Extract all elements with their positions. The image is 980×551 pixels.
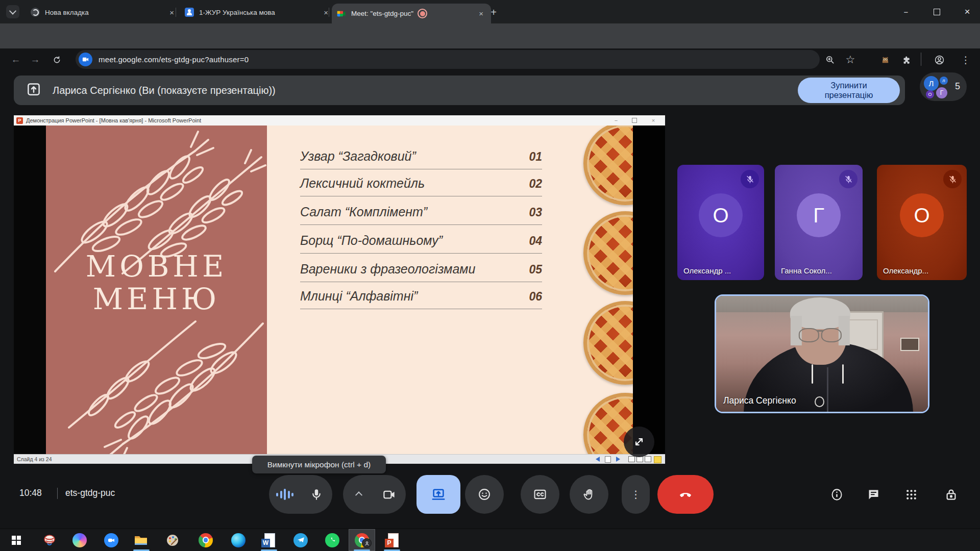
folder-icon <box>134 533 148 547</box>
chat-button[interactable] <box>865 486 882 503</box>
window-minimize-button[interactable]: − <box>894 0 918 23</box>
participants-count: 5 <box>955 81 960 92</box>
meeting-time: 10:48 <box>19 488 42 498</box>
stop-presenting-button[interactable]: Зупинити презентацію <box>798 78 900 103</box>
taskbar-chrome[interactable] <box>192 529 219 551</box>
menu-item-number: 05 <box>529 262 542 277</box>
slide-menu-icon[interactable] <box>605 456 611 463</box>
reload-icon <box>52 55 62 65</box>
telegram-icon <box>293 533 308 547</box>
self-video <box>716 296 928 412</box>
captions-button[interactable] <box>521 475 559 514</box>
mic-tooltip: Вимкнути мікрофон (ctrl + d) <box>252 456 386 473</box>
forward-button[interactable]: → <box>28 52 43 67</box>
taskbar-whatsapp[interactable] <box>319 529 346 551</box>
close-icon[interactable]: × <box>476 8 486 19</box>
normal-view-icon[interactable] <box>628 456 635 462</box>
profile-icon[interactable] <box>932 53 946 67</box>
address-bar[interactable]: meet.google.com/ets-gtdg-puc?authuser=0 <box>76 50 820 69</box>
participant-initial: Г <box>797 193 841 237</box>
browser-menu-kebab-icon[interactable]: ⋮ <box>959 53 973 67</box>
menu-item-label: Млинці “Алфавітні” <box>300 289 418 304</box>
meeting-code: ets-gtdg-puc <box>65 488 115 498</box>
more-options-button[interactable]: ⋮ <box>622 475 650 514</box>
taskbar-zoom[interactable] <box>98 529 125 551</box>
taskbar-copilot[interactable] <box>66 529 93 551</box>
slide-menu-panel: Узвар “Загадковий” 01 Лексичний коктейль… <box>267 126 633 454</box>
taskbar-file-explorer[interactable] <box>128 529 154 551</box>
participant-avatar: Л <box>924 76 939 91</box>
expand-presentation-button[interactable] <box>624 427 654 457</box>
camera-icon[interactable] <box>374 488 405 502</box>
reading-view-icon[interactable] <box>645 456 651 462</box>
participant-tile[interactable]: О Олександр ... <box>677 165 764 280</box>
owl-extension-icon[interactable] <box>878 53 892 67</box>
slide-title-line2: МЕНЮ <box>46 283 267 315</box>
taskbar-word[interactable]: W <box>255 529 282 551</box>
powerpoint-titlebar: P Демонстрация PowerPoint - [Мовна кав'я… <box>14 115 665 126</box>
taskbar-mask-app[interactable] <box>36 529 63 551</box>
new-tab-button[interactable]: + <box>487 6 500 19</box>
close-icon[interactable]: × <box>321 7 331 18</box>
menu-item-number: 02 <box>529 176 542 191</box>
camera-button-group[interactable] <box>343 475 406 514</box>
participant-tile[interactable]: Г Ганна Сокол... <box>775 165 863 280</box>
chat-icon <box>867 488 880 502</box>
taskbar-telegram[interactable] <box>287 529 314 551</box>
window-close-button[interactable]: × <box>955 0 979 23</box>
taskbar-chrome-profile-active[interactable] <box>349 529 375 551</box>
media-recording-indicator-icon[interactable] <box>418 9 427 18</box>
reload-button[interactable] <box>49 52 64 67</box>
windows-taskbar: W P <box>0 529 980 551</box>
tab-classroom[interactable]: 1-ЖУР Українська мова × <box>180 4 336 21</box>
ppt-close-button[interactable]: × <box>646 115 661 125</box>
participant-name: Ганна Сокол... <box>781 266 832 275</box>
back-button[interactable]: ← <box>8 52 23 67</box>
zoom-page-icon[interactable] <box>823 53 837 67</box>
meeting-details-button[interactable] <box>828 486 845 503</box>
raise-hand-button[interactable] <box>570 475 608 514</box>
activities-button[interactable] <box>902 486 920 503</box>
present-button-active[interactable] <box>416 475 460 514</box>
powerpoint-icon: P <box>385 533 399 547</box>
reactions-button[interactable] <box>465 475 504 514</box>
slide-counter: Слайд 4 из 24 <box>17 456 52 462</box>
end-call-button[interactable] <box>657 475 714 514</box>
participants-pill[interactable]: Л л О Г 5 <box>920 72 967 101</box>
participant-tile[interactable]: О Олександр... <box>877 165 967 280</box>
powerpoint-window: P Демонстрация PowerPoint - [Мовна кав'я… <box>14 115 665 463</box>
ppt-restore-button[interactable] <box>627 115 642 125</box>
previous-slide-icon[interactable] <box>596 457 600 462</box>
info-icon <box>830 488 844 502</box>
mic-icon[interactable] <box>301 488 332 501</box>
tab-meet-active[interactable]: Meet: "ets-gtdg-puc" × <box>332 4 491 23</box>
taskbar-powerpoint[interactable]: P <box>379 529 405 551</box>
notes-icon[interactable] <box>654 456 662 463</box>
powerpoint-window-title: Демонстрация PowerPoint - [Мовна кав'ярн… <box>26 117 201 123</box>
chevron-down-icon <box>9 8 16 15</box>
url-text: meet.google.com/ets-gtdg-puc?authuser=0 <box>99 55 249 64</box>
host-controls-button[interactable] <box>942 486 960 503</box>
presenter-label: Лариса Сергієнко (Ви (показуєте презента… <box>53 85 276 96</box>
slide-letterbox-right <box>633 126 665 454</box>
self-view-tile[interactable]: Лариса Сергієнко <box>715 294 929 413</box>
browser-tab-strip: Нова вкладка × 1-ЖУР Українська мова × M… <box>0 0 980 23</box>
extensions-puzzle-icon[interactable] <box>899 53 914 67</box>
zipper-ring <box>815 396 824 407</box>
window-maximize-button[interactable] <box>925 0 948 23</box>
taskbar-paint[interactable] <box>159 529 186 551</box>
camera-in-use-icon[interactable] <box>79 53 92 66</box>
captions-icon <box>533 487 547 502</box>
tab-new-tab[interactable]: Нова вкладка × <box>26 4 182 21</box>
taskbar-edge[interactable] <box>225 529 252 551</box>
self-view-name: Лариса Сергієнко <box>723 395 796 406</box>
bookmark-star-icon[interactable]: ☆ <box>843 53 857 67</box>
mic-button-group[interactable] <box>269 475 332 514</box>
start-button[interactable] <box>3 529 30 551</box>
expand-icon <box>632 435 646 448</box>
tab-search-button[interactable] <box>6 5 19 18</box>
chevron-up-icon[interactable] <box>344 492 374 497</box>
ppt-minimize-button[interactable]: − <box>608 115 624 125</box>
menu-item-label: Салат “Комплімент” <box>300 205 427 219</box>
next-slide-icon[interactable] <box>616 457 620 462</box>
